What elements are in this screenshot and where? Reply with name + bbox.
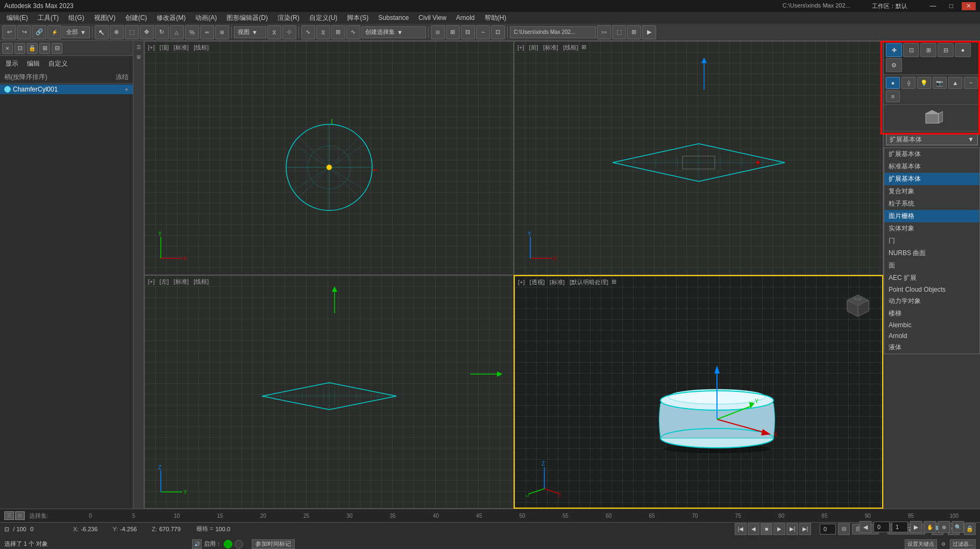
select-region-btn[interactable]: ⬚ — [125, 25, 139, 39]
menu-item-11[interactable]: Substance — [374, 13, 413, 23]
filter-scene-btn[interactable]: ⊡ — [15, 43, 25, 54]
tab-customize[interactable]: 自定义 — [45, 58, 71, 69]
hand-btn[interactable]: ✋ — [924, 521, 936, 533]
dropdown-item-liquid[interactable]: 液体 — [884, 341, 979, 354]
menu-item-9[interactable]: 自定义(U) — [305, 12, 342, 24]
key-config-btn[interactable]: ⚙ — [939, 540, 948, 548]
path-input[interactable]: C:\Users\xinds Max 202... — [510, 26, 596, 38]
dropdown-item-face[interactable]: 面 — [884, 259, 979, 272]
viewport-front[interactable]: [+] [前] [标准] [线框] ⊞ — [514, 41, 883, 275]
motion-panel-btn[interactable]: ⊟ — [938, 43, 954, 57]
link-btn[interactable]: 🔗 — [32, 25, 46, 39]
keys-btn[interactable]: ⊟ — [15, 511, 25, 520]
view-cube-btn[interactable]: ⬚ — [612, 25, 626, 39]
menu-item-13[interactable]: Arnold — [452, 13, 479, 23]
key-mode-btn[interactable]: ⊟ — [838, 523, 850, 535]
render2-btn[interactable]: ~ — [476, 25, 490, 39]
scene-btn1[interactable]: ⊞ — [39, 43, 50, 54]
named-sel-btn[interactable]: ∿ — [301, 25, 315, 39]
menu-item-7[interactable]: 图形编辑器(D) — [222, 12, 272, 24]
go-start-btn[interactable]: |◀ — [735, 523, 747, 535]
dropdown-item-dynamics[interactable]: 动力学对象 — [884, 295, 979, 307]
menu-item-12[interactable]: Civil View — [414, 13, 451, 23]
frame-counter[interactable]: 0 — [874, 522, 890, 532]
dropdown-item-solid[interactable]: 实体对象 — [884, 222, 979, 235]
zoom-btn[interactable]: 🔍 — [952, 521, 964, 533]
close-panel-btn[interactable]: ✕ — [2, 43, 13, 54]
geometry-btn[interactable]: ● — [886, 77, 900, 89]
menu-item-6[interactable]: 动画(A) — [191, 12, 221, 24]
close-btn[interactable]: ✕ — [962, 2, 976, 10]
array-btn[interactable]: ⊞ — [331, 25, 345, 39]
prev-frame-btn[interactable]: ◀ — [748, 523, 759, 535]
hide-btn[interactable]: ∿ — [346, 25, 360, 39]
graph-editors-btn[interactable]: ⊟ — [431, 25, 445, 39]
named-sel-set[interactable]: 创建选择集 ▼ — [361, 26, 426, 38]
filter-keys-btn[interactable]: 过滤器... — [950, 539, 976, 549]
dropdown-item-std-prim[interactable]: 标准基本体 — [884, 160, 979, 173]
menu-item-5[interactable]: 修改器(M) — [152, 12, 190, 24]
dropdown-item-alembic[interactable]: Alembic — [884, 320, 979, 330]
select-obj-btn[interactable]: ↖ — [95, 25, 109, 39]
hierarchy-panel-btn[interactable]: ⊞ — [920, 43, 936, 57]
scale-btn[interactable]: △ — [170, 25, 184, 39]
select-filter[interactable]: 全部 ▼ — [62, 26, 90, 38]
maximize-btn[interactable]: □ — [945, 2, 957, 10]
layers-btn[interactable]: ☰ — [4, 511, 14, 520]
render-btn[interactable]: ⊟ — [461, 25, 475, 39]
tab-edit[interactable]: 编辑 — [24, 58, 43, 69]
unlink-btn[interactable]: ⚡ — [47, 25, 61, 39]
scene-btn2[interactable]: ⊟ — [52, 43, 62, 54]
select-move-btn[interactable]: ⊕ — [110, 25, 124, 39]
align-btn[interactable]: ⊞ — [215, 25, 229, 39]
mirror-btn[interactable]: ⇔ — [200, 25, 214, 39]
dropdown-item-compound[interactable]: 复合对象 — [884, 185, 979, 198]
set-key-btn[interactable]: 设置关键点 — [905, 539, 937, 549]
utilities-panel-btn[interactable]: ⚙ — [886, 58, 902, 72]
mirror2-btn[interactable]: ⧖ — [316, 25, 330, 39]
lock2-btn[interactable]: 🔒 — [964, 523, 976, 535]
systems-btn[interactable]: ≡ — [886, 90, 900, 102]
undo-btn[interactable]: ↩ — [2, 25, 16, 39]
rotate-btn[interactable]: ↻ — [155, 25, 169, 39]
render3-btn[interactable]: ⊡ — [491, 25, 505, 39]
dropdown-item-particles[interactable]: 粒子系统 — [884, 198, 979, 210]
disable-toggle[interactable] — [235, 540, 243, 548]
helper-btn[interactable]: ▲ — [948, 77, 962, 89]
dropdown-item-patch[interactable]: 面片栅格 — [884, 210, 979, 222]
menu-item-4[interactable]: 创建(C) — [121, 12, 152, 24]
sound-btn[interactable]: 🔊 — [192, 539, 202, 549]
dropdown-item-aec[interactable]: AEC 扩展 — [884, 272, 979, 284]
menu-item-8[interactable]: 渲染(R) — [273, 12, 304, 24]
current-frame-input[interactable]: 0 — [820, 524, 836, 534]
viewport-selector[interactable]: 视图 ▼ — [234, 26, 266, 38]
menu-item-2[interactable]: 组(G) — [64, 12, 88, 24]
menu-item-0[interactable]: 编辑(E) — [2, 12, 32, 24]
modify-panel-btn[interactable]: ⊡ — [903, 43, 919, 57]
minimize-btn[interactable]: — — [926, 2, 941, 10]
create-dropdown-btn[interactable]: 扩展基本体 ▼ — [886, 133, 978, 145]
next-frame-btn[interactable]: ▶| — [786, 523, 798, 535]
viewport-perspective[interactable]: [+] [透视] [标准] [默认明暗处理] ⊞ — [514, 275, 883, 509]
render-setup-btn[interactable]: ⊞ — [446, 25, 460, 39]
light-btn[interactable]: 💡 — [917, 77, 931, 89]
mini-btn3[interactable]: ▶ — [642, 25, 656, 39]
go-end-btn[interactable]: ▶| — [799, 523, 811, 535]
dropdown-item-ext-prim2[interactable]: 扩展基本体 — [884, 173, 979, 185]
mini-btn2[interactable]: ⊞ — [627, 25, 641, 39]
create-panel-btn[interactable]: ✚ — [886, 43, 902, 57]
plus-frame-btn[interactable]: ▶ — [910, 521, 922, 533]
dropdown-item-nurbs[interactable]: NURBS 曲面 — [884, 247, 979, 259]
crosshair-btn[interactable]: ⊕ — [938, 521, 950, 533]
dropdown-item-arnold[interactable]: Arnold — [884, 330, 979, 341]
stop-btn[interactable]: ■ — [761, 523, 772, 535]
timeline-track[interactable]: 0510152025303540455055606570758085909510… — [65, 513, 980, 519]
snap2-btn[interactable]: ⊹ — [282, 25, 296, 39]
play-btn[interactable]: ▶ — [773, 523, 785, 535]
lock-btn[interactable]: 🔒 — [27, 43, 38, 54]
scale2-btn[interactable]: % — [185, 25, 199, 39]
dropdown-item-ext-prim[interactable]: 扩展基本体 — [884, 148, 979, 160]
menu-item-3[interactable]: 视图(V) — [90, 12, 120, 24]
dropdown-item-stairs[interactable]: 楼梯 — [884, 307, 979, 320]
enable-toggle[interactable] — [224, 540, 232, 548]
